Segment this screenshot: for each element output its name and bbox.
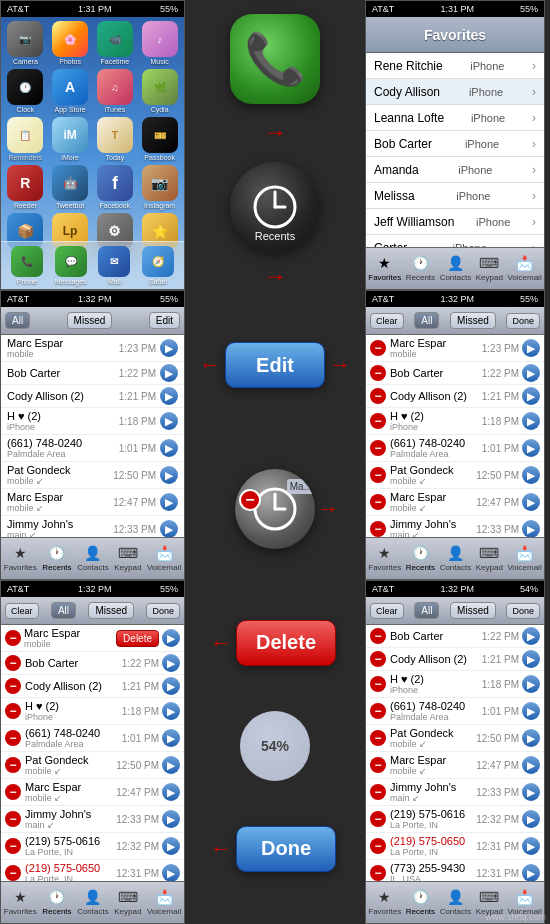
list-item[interactable]: − (219) 575-0616La Porte, IN 12:32 PM▶ (366, 806, 544, 833)
delete-minus[interactable]: − (370, 784, 386, 800)
info-btn[interactable]: ▶ (522, 650, 540, 668)
missed-tab[interactable]: Missed (67, 312, 113, 329)
app-icon-cydia[interactable]: 🌿 (142, 69, 178, 105)
list-item[interactable]: Marc Esparmobile 1:23 PM▶ (1, 335, 184, 362)
list-item[interactable]: Cody Allison (2) 1:21 PM▶ (1, 385, 184, 408)
app-icon-photos[interactable]: 🌸 (52, 21, 88, 57)
edit-button-large[interactable]: Edit (225, 342, 325, 388)
dock-phone-icon[interactable]: 📞 (11, 246, 43, 277)
list-item[interactable]: − H ♥ (2)iPhone 1:18 PM▶ (366, 671, 544, 698)
delete-confirm-btn[interactable]: Delete (116, 630, 159, 647)
app-cell-imore[interactable]: iM iMore (50, 117, 91, 161)
delete-minus[interactable]: − (5, 730, 21, 746)
delete-minus[interactable]: − (5, 784, 21, 800)
app-cell-camera[interactable]: 📷 Camera (5, 21, 46, 65)
info-btn[interactable]: ▶ (160, 412, 178, 430)
app-icon-instagram[interactable]: 📷 (142, 165, 178, 201)
delete-minus[interactable]: − (370, 757, 386, 773)
info-btn[interactable]: ▶ (162, 783, 180, 801)
app-cell-cydia[interactable]: 🌿 Cydia (139, 69, 180, 113)
delete-minus[interactable]: − (370, 703, 386, 719)
all-tab[interactable]: All (5, 312, 30, 329)
info-btn[interactable]: ▶ (162, 837, 180, 855)
delete-minus[interactable]: − (5, 838, 21, 854)
info-btn[interactable]: ▶ (160, 387, 178, 405)
dock-safari[interactable]: 🧭 Safari (142, 246, 174, 285)
clear-btn-r3[interactable]: Clear (370, 603, 404, 619)
delete-minus[interactable]: − (370, 628, 386, 644)
app-cell-passbook[interactable]: 🎫 Passbook (139, 117, 180, 161)
app-icon-reeder[interactable]: R (7, 165, 43, 201)
list-item[interactable]: − Bob Carter 1:22 PM▶ (1, 652, 184, 675)
delete-minus[interactable]: − (370, 413, 386, 429)
edit-tab[interactable]: Edit (149, 312, 180, 329)
app-cell-reminders[interactable]: 📋 Reminders (5, 117, 46, 161)
delete-minus[interactable]: − (5, 811, 21, 827)
info-btn[interactable]: ▶ (160, 439, 178, 457)
info-btn[interactable]: ▶ (162, 864, 180, 882)
list-item[interactable]: − (661) 748-0240Palmdale Area 1:01 PM▶ (366, 435, 544, 462)
tab-favorites-3[interactable]: ★Favorites (4, 889, 37, 916)
info-btn[interactable]: ▶ (522, 439, 540, 457)
info-btn[interactable]: ▶ (162, 729, 180, 747)
app-icon-camera[interactable]: 📷 (7, 21, 43, 57)
list-item[interactable]: − Marc Esparmobile ↙ 12:47 PM▶ (366, 489, 544, 516)
tab-recents[interactable]: 🕐Recents (42, 545, 71, 572)
info-btn[interactable]: ▶ (162, 677, 180, 695)
list-item[interactable]: − H ♥ (2)iPhone 1:18 PM▶ (1, 698, 184, 725)
info-btn[interactable]: ▶ (160, 493, 178, 511)
app-icon-clock[interactable]: 🕐 (7, 69, 43, 105)
dock-messages-icon[interactable]: 💬 (55, 246, 87, 277)
missed-tab-r3[interactable]: Missed (450, 602, 496, 619)
list-item[interactable]: Bob Carter 1:22 PM▶ (1, 362, 184, 385)
missed-tab-del[interactable]: Missed (88, 602, 134, 619)
info-btn[interactable]: ▶ (160, 466, 178, 484)
info-btn[interactable]: ▶ (162, 810, 180, 828)
delete-minus[interactable]: − (370, 467, 386, 483)
app-icon-itunes[interactable]: ♫ (97, 69, 133, 105)
tab-favorites-fav[interactable]: ★Favorites (368, 255, 401, 282)
list-item[interactable]: (661) 748-0240Palmdale Area 1:01 PM▶ (1, 435, 184, 462)
app-cell-appstore[interactable]: A App Store (50, 69, 91, 113)
tab-voicemail-fav[interactable]: 📩Voicemail (507, 255, 541, 282)
app-icon-imore[interactable]: iM (52, 117, 88, 153)
delete-minus[interactable]: − (370, 651, 386, 667)
info-btn[interactable]: ▶ (522, 837, 540, 855)
all-tab-r3[interactable]: All (414, 602, 439, 619)
delete-button-large[interactable]: Delete (236, 620, 336, 666)
tab-favorites-r3[interactable]: ★Favorites (368, 889, 401, 916)
delete-minus[interactable]: − (5, 630, 21, 646)
tab-voicemail-3[interactable]: 📩Voicemail (147, 889, 181, 916)
tab-recents-r3[interactable]: 🕐Recents (406, 889, 435, 916)
tab-recents-er2[interactable]: 🕐Recents (406, 545, 435, 572)
info-btn[interactable]: ▶ (160, 364, 178, 382)
list-item[interactable]: Amanda iPhone › (366, 157, 544, 183)
info-btn[interactable]: ▶ (162, 756, 180, 774)
info-btn[interactable]: ▶ (522, 387, 540, 405)
list-item[interactable]: − Marc Esparmobile ↙ 12:47 PM▶ (366, 752, 544, 779)
list-item[interactable]: Bob Carter iPhone › (366, 131, 544, 157)
delete-minus[interactable]: − (5, 655, 21, 671)
list-item[interactable]: Jeff Williamson iPhone › (366, 209, 544, 235)
delete-minus[interactable]: − (370, 865, 386, 881)
app-icon-facebook[interactable]: f (97, 165, 133, 201)
list-item[interactable]: H ♥ (2)iPhone 1:18 PM▶ (1, 408, 184, 435)
delete-minus[interactable]: − (370, 811, 386, 827)
info-btn[interactable]: ▶ (522, 675, 540, 693)
tab-keypad-fav[interactable]: ⌨Keypad (476, 255, 503, 282)
info-btn[interactable]: ▶ (160, 339, 178, 357)
app-cell-reeder[interactable]: R Reeder (5, 165, 46, 209)
tab-contacts-3[interactable]: 👤Contacts (77, 889, 109, 916)
delete-minus[interactable]: − (370, 838, 386, 854)
info-btn[interactable]: ▶ (162, 702, 180, 720)
missed-tab-r2[interactable]: Missed (450, 312, 496, 329)
info-btn[interactable]: ▶ (522, 783, 540, 801)
dock-safari-icon[interactable]: 🧭 (142, 246, 174, 277)
delete-minus[interactable]: − (5, 678, 21, 694)
clear-button[interactable]: Clear (5, 603, 39, 619)
info-btn[interactable]: ▶ (522, 493, 540, 511)
tab-voicemail-er2[interactable]: 📩Voicemail (507, 545, 541, 572)
app-cell-facetime[interactable]: 📹 Facetime (95, 21, 136, 65)
list-item[interactable]: − (661) 748-0240Palmdale Area 1:01 PM▶ (1, 725, 184, 752)
list-item[interactable]: − Marc Esparmobile 1:23 PM▶ (366, 335, 544, 362)
